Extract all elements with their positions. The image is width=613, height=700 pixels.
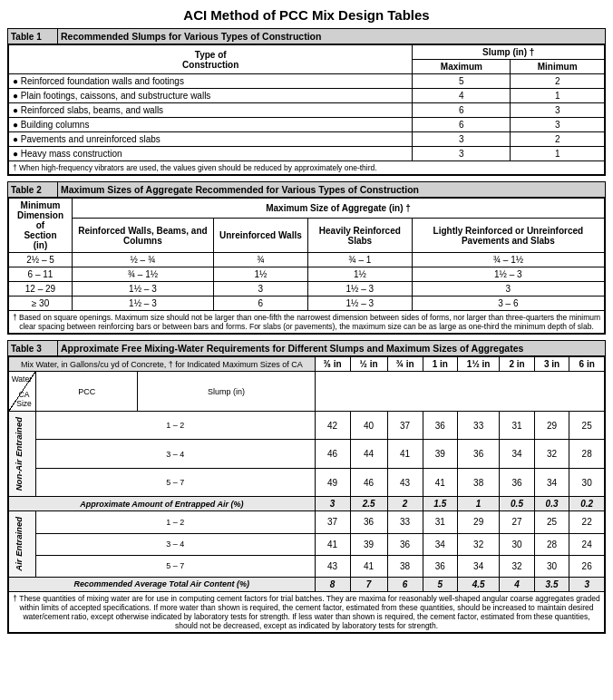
slump-max: 6 — [413, 103, 511, 118]
uw-val: 6 — [213, 297, 307, 311]
mix-water-header: Mix Water, in Gallons/cu yd of Concrete,… — [9, 357, 316, 372]
table-row: ≥ 30 1½ – 3 6 1½ – 3 3 – 6 — [9, 297, 605, 311]
air-water-val-0: 43 — [315, 555, 350, 577]
water-val-2: 37 — [387, 412, 423, 440]
lrs-val: 1½ – 3 — [412, 267, 604, 282]
table3-body: Non-Air Entrained1 – 242403736333129253 … — [9, 412, 605, 592]
table2-label: Table 2 — [8, 182, 58, 198]
air-water-val-5: 27 — [500, 511, 535, 533]
air-water-val-7: 26 — [569, 555, 605, 577]
air-water-val-4: 32 — [458, 533, 500, 555]
slump-max: 4 — [413, 89, 511, 103]
water-val-2: 41 — [387, 440, 423, 468]
table-row: 5 – 74341383634323026 — [9, 555, 605, 577]
table2-note: † Based on square openings. Maximum size… — [9, 311, 605, 334]
rec-air-label: Recommended Average Total Air Content (%… — [9, 577, 316, 591]
water-val-7: 28 — [569, 440, 605, 468]
rec-air-val-1: 7 — [350, 577, 387, 591]
slump-max: 5 — [413, 74, 511, 89]
table-row: ● Plain footings, caissons, and substruc… — [9, 89, 605, 103]
construction-type: ● Plain footings, caissons, and substruc… — [9, 89, 413, 103]
diag-ca: CA Size — [13, 390, 35, 408]
construction-type: ● Reinforced foundation walls and footin… — [9, 74, 413, 89]
table-row: 6 – 11 ¾ – 1½ 1½ 1½ 1½ – 3 — [9, 267, 605, 282]
table1-body: ● Reinforced foundation walls and footin… — [9, 74, 605, 161]
rw-val: 1½ – 3 — [73, 297, 214, 311]
table-row: 3 – 44139363432302824 — [9, 533, 605, 555]
water-val-6: 29 — [534, 412, 569, 440]
col-slump: Slump (in) † — [413, 45, 605, 60]
water-val-2: 43 — [387, 468, 423, 496]
table1-inner: Type ofConstruction Slump (in) † Maximum… — [8, 44, 605, 175]
table-row: ● Pavements and unreinforced slabs 3 2 — [9, 132, 605, 147]
water-val-3: 41 — [423, 468, 458, 496]
table3-container: Table 3 Approximate Free Mixing-Water Re… — [7, 340, 606, 634]
water-val-4: 33 — [458, 412, 500, 440]
col-hrs: Heavily Reinforced Slabs — [307, 219, 412, 253]
table3-header: Approximate Free Mixing-Water Requiremen… — [58, 341, 606, 356]
slump-min: 1 — [511, 147, 605, 161]
table1-label: Table 1 — [8, 29, 58, 44]
col-rw: Reinforced Walls, Beams, and Columns — [73, 219, 214, 253]
water-val-4: 38 — [458, 468, 500, 496]
table3-inner: Mix Water, in Gallons/cu yd of Concrete,… — [8, 356, 605, 633]
air-water-val-3: 34 — [423, 533, 458, 555]
slump-val: 1 – 2 — [36, 412, 316, 440]
table3-label: Table 3 — [8, 341, 58, 356]
uw-val: 1½ — [213, 267, 307, 282]
air-water-val-2: 36 — [387, 533, 423, 555]
approx-air-row: Approximate Amount of Entrapped Air (%)3… — [9, 497, 605, 511]
hrs-val: ¾ – 1 — [307, 253, 412, 267]
water-val-4: 36 — [458, 440, 500, 468]
approx-air-val-7: 0.2 — [569, 497, 605, 511]
air-water-val-1: 39 — [350, 533, 387, 555]
approx-air-val-5: 0.5 — [500, 497, 535, 511]
water-val-5: 36 — [500, 468, 535, 496]
slump-val: 1 – 2 — [36, 511, 316, 533]
water-val-3: 36 — [423, 412, 458, 440]
page-title: ACI Method of PCC Mix Design Tables — [7, 7, 606, 23]
air-water-val-6: 28 — [534, 533, 569, 555]
size-1: 1 in — [423, 357, 458, 372]
size-6: 6 in — [569, 357, 605, 372]
col-agg-header: Maximum Size of Aggregate (in) † — [73, 199, 605, 219]
water-val-5: 34 — [500, 440, 535, 468]
hrs-val: 1½ — [307, 267, 412, 282]
air-water-val-1: 36 — [350, 511, 387, 533]
construction-type: ● Pavements and unreinforced slabs — [9, 132, 413, 147]
air-water-val-5: 32 — [500, 555, 535, 577]
diag-water: Water — [12, 374, 32, 384]
col-construction: Type ofConstruction — [9, 45, 413, 74]
slump-min: 3 — [511, 103, 605, 118]
slump-max: 6 — [413, 118, 511, 132]
construction-type: ● Heavy mass construction — [9, 147, 413, 161]
dim-section: 6 – 11 — [9, 267, 73, 282]
lrs-val: 3 — [412, 282, 604, 297]
hrs-val: 1½ – 3 — [307, 282, 412, 297]
approx-air-val-6: 0.3 — [534, 497, 569, 511]
table2-body: 2½ – 5 ½ – ¾ ¾ ¾ – 1 ¾ – 1½6 – 11 ¾ – 1½… — [9, 253, 605, 311]
rw-val: 1½ – 3 — [73, 282, 214, 297]
rec-air-val-5: 4 — [500, 577, 535, 591]
air-water-val-5: 30 — [500, 533, 535, 555]
water-val-6: 34 — [534, 468, 569, 496]
approx-air-val-4: 1 — [458, 497, 500, 511]
approx-air-val-2: 2 — [387, 497, 423, 511]
size-34: ¾ in — [387, 357, 423, 372]
slump-min: 3 — [511, 118, 605, 132]
rec-air-val-3: 5 — [423, 577, 458, 591]
slump-min: 2 — [511, 132, 605, 147]
rw-val: ½ – ¾ — [73, 253, 214, 267]
size-3: 3 in — [534, 357, 569, 372]
table-row: 2½ – 5 ½ – ¾ ¾ ¾ – 1 ¾ – 1½ — [9, 253, 605, 267]
table3-note: † These quantities of mixing water are f… — [9, 591, 605, 632]
table-row: ● Heavy mass construction 3 1 — [9, 147, 605, 161]
table-row: 5 – 74946434138363430 — [9, 468, 605, 496]
table1-container: Table 1 Recommended Slumps for Various T… — [7, 28, 606, 176]
col-slump-label: Slump (in) — [138, 372, 315, 412]
rec-air-val-4: 4.5 — [458, 577, 500, 591]
construction-type: ● Reinforced slabs, beams, and walls — [9, 103, 413, 118]
water-val-1: 44 — [350, 440, 387, 468]
table-row: 3 – 44644413936343228 — [9, 440, 605, 468]
slump-val: 3 – 4 — [36, 440, 316, 468]
